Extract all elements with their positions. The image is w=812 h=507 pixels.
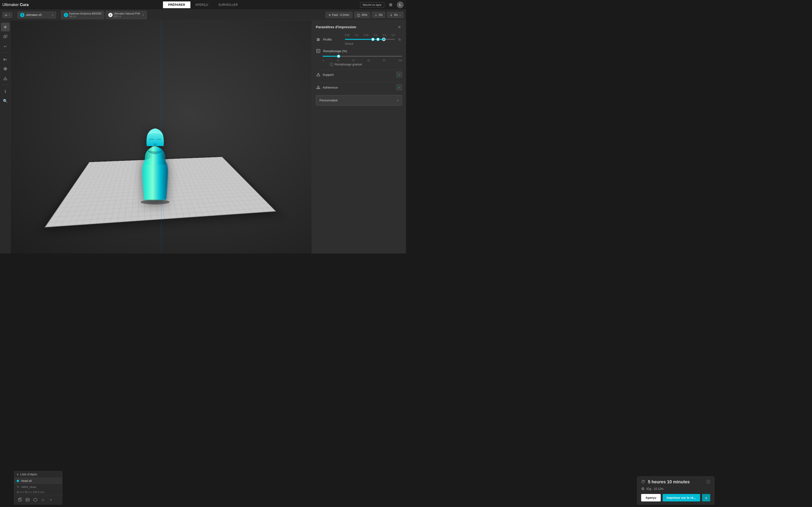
adherence-toggle-checkbox[interactable]: ✓ [396, 84, 402, 90]
personnalise-chevron-icon: › [397, 98, 399, 103]
top-bar: Ultimaker Cura PRÉPARER APERÇU SURVEILLE… [0, 0, 406, 10]
remplissage-graduel-label: Remplissage graduel [335, 63, 362, 66]
support-toggle-label: Support [316, 72, 396, 77]
adherence-settings-icon [316, 85, 321, 90]
marketplace-button[interactable]: Marché en ligne [360, 2, 384, 7]
profiles-thumb-3[interactable] [382, 38, 386, 41]
profiles-row: Profils 0.06 0.1 0.15 0.2 0.3 0.4 Defaul… [316, 34, 402, 45]
svg-rect-16 [317, 49, 320, 53]
personnalise-button[interactable]: Personnalisé › [316, 95, 402, 106]
remplissage-header: Remplissage (%) [316, 49, 402, 53]
svg-point-13 [317, 38, 318, 39]
remplissage-graduel-checkbox[interactable] [330, 63, 333, 66]
svg-point-14 [318, 39, 319, 40]
adherence-toggle-label: Adhérence [316, 85, 396, 90]
sidebar-tool-search[interactable]: 🔍 [1, 97, 10, 105]
adherence-settings-label: Adhérence [323, 86, 338, 89]
remplissage-label: Remplissage (%) [323, 49, 402, 53]
material2-selector[interactable]: 2 Ultimaker Natural PVA BB 0.4 ∨ [106, 11, 147, 19]
adherence-status: On [394, 13, 398, 17]
remplissage-check-row: Remplissage graduel [323, 63, 402, 66]
settings-bar: ≡ Fast - 0.2mm ◫ 20% ⊥ On ⤓ On ∨ [325, 12, 404, 18]
folder-button[interactable]: 🗂 ∨ [2, 12, 12, 18]
remplissage-scale: 0 20 40 60 80 100 [323, 59, 402, 62]
nav-tabs: PRÉPARER APERÇU SURVEILLER [163, 1, 243, 8]
sidebar-tool-snap[interactable]: ▶| [1, 55, 10, 63]
folder-chevron: ∨ [8, 13, 10, 16]
main-area: ✛ ↩ ▶| ℹ 🔍 [0, 20, 406, 253]
material1-sub: AA 0.4 [69, 15, 101, 18]
profiles-slider-container: 0.06 0.1 0.15 0.2 0.3 0.4 Default [345, 34, 395, 45]
support-settings-icon [316, 72, 321, 77]
user-account-icon[interactable]: L [397, 1, 404, 8]
grid-apps-icon[interactable]: ⊞ [387, 1, 394, 8]
support-on-button[interactable]: ⊥ On [372, 12, 385, 18]
support-status: On [379, 13, 383, 17]
profiles-slider-track[interactable] [345, 39, 395, 40]
adherence-toggle-row: Adhérence ✓ [316, 82, 402, 92]
top-right-section: Marché en ligne ⊞ L [360, 1, 404, 8]
remplissage-slider-track[interactable] [323, 56, 402, 57]
svg-rect-1 [5, 35, 7, 37]
printer-badge: 1 [20, 13, 24, 17]
material2-sub: BB 0.4 [114, 15, 140, 18]
svg-point-22 [318, 74, 319, 75]
printer-selector[interactable]: 1 ultimaker-s5 ∨ [17, 12, 56, 18]
toolbar-separator-1 [15, 12, 15, 18]
profiles-thumb-1[interactable] [371, 38, 374, 41]
moai-model[interactable] [131, 127, 179, 205]
profile-button[interactable]: ≡ Fast - 0.2mm [325, 12, 352, 18]
personnalise-label: Personnalisé [319, 99, 338, 102]
remplissage-thumb[interactable] [337, 55, 340, 58]
moai-svg [131, 127, 179, 205]
support-settings-label: Support [323, 73, 334, 76]
tab-prepare[interactable]: PRÉPARER [163, 1, 191, 8]
material1-name: Eastman Amphora AM3300 [69, 12, 101, 15]
profiles-default-label: Default [345, 42, 395, 45]
svg-point-15 [318, 40, 318, 41]
sidebar-tool-support[interactable] [1, 74, 10, 83]
sidebar-tool-info[interactable]: ℹ [1, 87, 10, 96]
profiles-reload-icon[interactable]: ↻ [397, 37, 402, 42]
svg-point-8 [5, 79, 5, 80]
toolbar-separator-2 [58, 12, 59, 18]
infill-icon: ◫ [357, 13, 360, 17]
material1-badge: 1 [64, 13, 68, 17]
sidebar-tool-undo[interactable]: ↩ [1, 42, 10, 51]
printer-name: ultimaker-s5 [26, 13, 42, 17]
profiles-scale-labels: 0.06 0.1 0.15 0.2 0.3 0.4 [345, 34, 395, 37]
infill-button[interactable]: ◫ 20% [354, 12, 370, 18]
svg-point-9 [141, 200, 170, 205]
settings-panel: Paramètres d'impression ✕ Profils 0.06 [312, 20, 406, 253]
panel-title: Paramètres d'impression [316, 25, 356, 29]
support-icon: ⊥ [374, 13, 377, 17]
profile-name: Fast - 0.2mm [332, 13, 349, 17]
sidebar-divider-1 [2, 53, 9, 53]
folder-icon: 🗂 [5, 13, 7, 17]
remplissage-icon [316, 49, 321, 53]
app-title: Ultimaker Cura [2, 3, 29, 7]
profile-icon: ≡ [329, 13, 331, 17]
material2-name: Ultimaker Natural PVA [114, 12, 140, 15]
material2-badge: 2 [108, 13, 113, 17]
material1-selector[interactable]: 1 Eastman Amphora AM3300 AA 0.4 [61, 11, 104, 19]
panel-close-button[interactable]: ✕ [396, 24, 402, 30]
material2-dropdown-chevron: ∨ [142, 13, 144, 16]
sidebar-tool-scale[interactable] [1, 32, 10, 41]
adherence-icon: ⤓ [390, 13, 393, 17]
support-toggle-checkbox[interactable]: ✓ [396, 72, 402, 77]
viewport[interactable]: Ultimaker [11, 20, 312, 253]
left-sidebar: ✛ ↩ ▶| ℹ 🔍 [0, 20, 11, 253]
adherence-chevron: ∨ [399, 13, 401, 16]
svg-rect-23 [317, 88, 320, 89]
adherence-button[interactable]: ⤓ On ∨ [387, 12, 404, 18]
sidebar-tool-move[interactable]: ✛ [1, 23, 10, 32]
sidebar-tool-grid[interactable] [1, 64, 10, 73]
profiles-thumb-2[interactable] [376, 38, 379, 41]
remplissage-row: Remplissage (%) 0 20 40 60 80 100 Remp [316, 49, 402, 66]
support-toggle-row: Support ✓ [316, 69, 402, 79]
tab-apercu[interactable]: APERÇU [190, 1, 213, 8]
panel-header: Paramètres d'impression ✕ [316, 24, 402, 30]
profiles-icon [316, 37, 321, 42]
tab-surveiller[interactable]: SURVEILLER [213, 1, 243, 8]
